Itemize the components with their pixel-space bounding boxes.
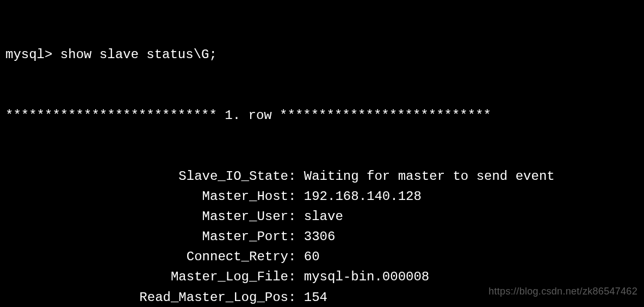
status-key: Connect_Retry (5, 247, 288, 267)
status-separator: : (288, 247, 304, 267)
status-key: Master_Log_File (5, 267, 288, 287)
sql-command: show slave status\G; (60, 45, 217, 65)
stars-left: *************************** (5, 105, 225, 126)
status-separator: : (288, 287, 304, 307)
prompt-line: mysql> show slave status\G; (5, 45, 639, 65)
status-row: Master_Port: 3306 (5, 227, 639, 247)
status-row: Connect_Retry: 60 (5, 247, 639, 267)
watermark-text: https://blog.csdn.net/zk86547462 (488, 284, 637, 299)
status-separator: : (288, 227, 304, 247)
status-separator: : (288, 206, 304, 227)
status-separator: : (288, 267, 304, 287)
row-header: *************************** 1. row *****… (5, 105, 639, 126)
status-key: Master_User (5, 206, 288, 227)
row-label: 1. row (225, 105, 271, 126)
status-value: 60 (304, 247, 320, 267)
status-row: Slave_IO_State: Waiting for master to se… (5, 166, 639, 186)
status-separator: : (288, 166, 304, 186)
mysql-prompt: mysql> (5, 45, 60, 65)
status-value: 3306 (304, 227, 336, 247)
status-row: Master_Host: 192.168.140.128 (5, 186, 639, 206)
status-key: Master_Port (5, 227, 288, 247)
status-key: Master_Host (5, 186, 288, 206)
status-key: Read_Master_Log_Pos (5, 287, 288, 307)
status-value: slave (304, 206, 343, 227)
terminal-output: mysql> show slave status\G; ************… (5, 4, 639, 307)
stars-right: *************************** (272, 105, 491, 126)
status-value: Waiting for master to send event (304, 166, 555, 186)
status-value: mysql-bin.000008 (304, 267, 429, 287)
status-value: 192.168.140.128 (304, 186, 422, 206)
status-row: Master_User: slave (5, 206, 639, 227)
status-separator: : (288, 186, 304, 206)
status-key: Slave_IO_State (5, 166, 288, 186)
status-value: 154 (304, 287, 327, 307)
